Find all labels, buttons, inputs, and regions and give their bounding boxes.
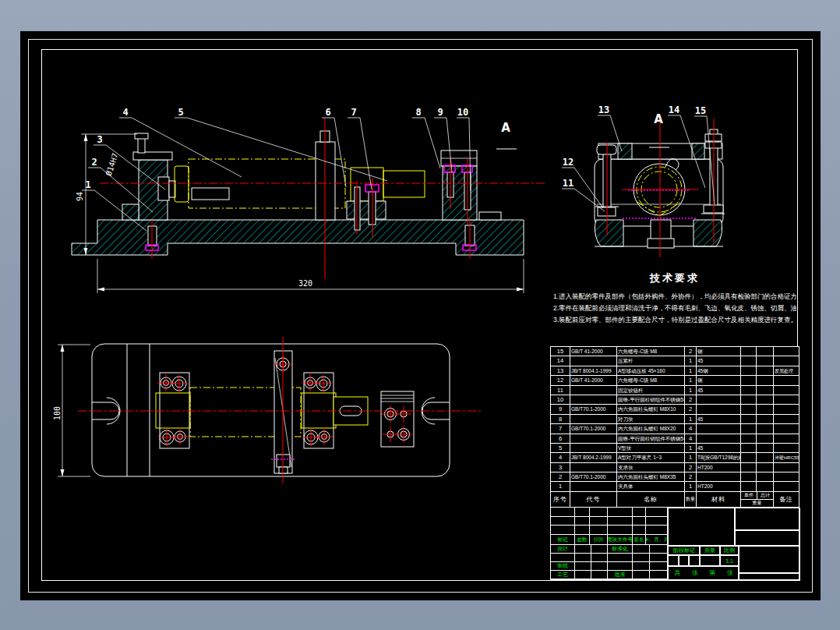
- bom-cell-qty: 4: [685, 434, 697, 444]
- bom-cell-unit: [741, 434, 757, 444]
- bom-cell-unit: [741, 415, 757, 424]
- bom-cell-unit: [741, 356, 757, 366]
- bom-cell-code: [570, 415, 617, 424]
- bom-cell-total: [757, 405, 774, 414]
- bom-cell-qty: 1: [685, 376, 697, 385]
- bom-cell-seq: 7: [551, 424, 570, 434]
- label-audit: 审核: [551, 562, 575, 571]
- bom-cell-code: JB/T 8004.1-1999: [570, 366, 617, 376]
- bom-cell-remark: [774, 395, 799, 405]
- bom-cell-mat: 45: [697, 356, 741, 366]
- part-number-cell: [738, 545, 800, 574]
- bom-cell-mat: 钢: [697, 347, 741, 356]
- bom-cell-qty: 4: [685, 424, 697, 434]
- bom-cell-name: 内六角圆柱头螺钉 M8X10: [617, 405, 685, 414]
- bom-cell-remark: [774, 482, 799, 491]
- bom-cell-mat: HT200: [697, 482, 741, 491]
- bom-cell-name: A型移动压板 45×160: [617, 366, 685, 376]
- balloon-1: 1: [85, 179, 90, 190]
- company-cell: [668, 508, 736, 547]
- bom-cell-mat: 钢: [697, 376, 741, 385]
- tech-req-line-3: 3.装配前应对零、部件的主要配合尺寸，特别是过盈配合尺寸及相关精度进行复查。: [553, 314, 796, 326]
- drawing-sheet: 94 Ø14H7 320 100 A A 1 2 3 4 5 6: [20, 31, 821, 600]
- bom-header-total: 总计: [757, 492, 773, 500]
- bom-cell-qty: 2: [685, 405, 697, 414]
- bom-cell-mat: HT200: [697, 463, 741, 472]
- sheet-page-label: 第: [710, 569, 716, 577]
- bom-cell-name: 夹具体: [617, 482, 685, 491]
- balloon-11: 11: [563, 178, 574, 189]
- bom-cell-seq: 13: [551, 366, 570, 376]
- sheet-total-label: 共: [675, 569, 681, 577]
- bom-cell-name: 内六角圆柱头螺钉 M8X20: [617, 424, 685, 434]
- main-section-view: [72, 119, 545, 279]
- bom-cell-total: [757, 444, 774, 453]
- bom-cell-total: [757, 434, 774, 444]
- bom-cell-total: [757, 463, 774, 472]
- bom-cell-mat: 45钢: [697, 366, 741, 376]
- bom-header-seq: 序号: [551, 492, 570, 508]
- bom-cell-seq: 6: [551, 434, 570, 444]
- bom-cell-name: 六角螺母-C级 M8: [617, 376, 685, 385]
- bom-cell-qty: 1: [685, 415, 697, 424]
- bom-cell-remark: [774, 356, 799, 366]
- section-label-aview: A: [654, 112, 663, 126]
- bom-cell-unit: [741, 482, 757, 491]
- top-view: [78, 337, 483, 483]
- dim-length: 320: [298, 279, 312, 288]
- bom-cell-qty: 2: [685, 463, 697, 472]
- dim-width: 100: [53, 406, 62, 420]
- label-approve: 批准: [608, 571, 633, 579]
- bom-table: 15GB/T 41-2000六角螺母-C级 M82钢14压紧杆14513JB/T…: [550, 346, 799, 508]
- bom-cell-code: [570, 395, 617, 405]
- bom-cell-code: GB/T70.1-2000: [570, 405, 617, 414]
- bom-cell-seq: 9: [551, 405, 570, 414]
- bom-cell-remark: [774, 434, 799, 444]
- bom-cell-unit: [741, 472, 757, 482]
- bom-cell-total: [757, 472, 774, 482]
- bom-cell-code: [570, 386, 617, 395]
- bom-cell-mat: T8(按GB/T1298的规定): [697, 453, 741, 462]
- bom-cell-code: [570, 482, 617, 491]
- bom-cell-code: GB/T 41-2000: [570, 376, 617, 385]
- balloon-15: 15: [695, 105, 706, 116]
- bom-cell-mat: [697, 434, 741, 444]
- balloon-13: 13: [598, 104, 609, 115]
- rev-col-docno: 更改文件号: [608, 535, 633, 545]
- bom-cell-unit: [741, 386, 757, 395]
- bom-header-remark: 备注: [774, 492, 799, 508]
- technical-requirements: 技术要求 1.进入装配的零件及部件（包括外购件、外协件），均必须具有检验部门的合…: [553, 271, 796, 326]
- balloon-4: 4: [122, 107, 128, 118]
- label-process: 工艺: [551, 571, 575, 579]
- bom-cell-qty: 1: [685, 453, 697, 462]
- balloon-12: 12: [563, 157, 574, 168]
- bom-cell-mat: [697, 405, 741, 414]
- bom-cell-qty: 1: [685, 482, 697, 491]
- bom-header-unit: 单件: [741, 492, 757, 500]
- balloon-3: 3: [97, 134, 102, 145]
- bom-cell-mat: [697, 395, 741, 405]
- sheet-count-row: 共 张 第 张: [668, 565, 739, 581]
- bom-table-header: 序号 代号 名称 数量 材料 单件 总计 重量 备注: [551, 492, 799, 508]
- bom-cell-code: [570, 444, 617, 453]
- bom-cell-seq: 3: [551, 463, 570, 472]
- bom-header-name: 名称: [617, 492, 685, 508]
- bom-cell-remark: [774, 444, 799, 453]
- section-label-main: A: [501, 121, 510, 135]
- dim-bore: Ø14H7: [104, 152, 120, 177]
- bom-cell-total: [757, 347, 774, 356]
- bom-table-body: 15GB/T 41-2000六角螺母-C级 M82钢14压紧杆14513JB/T…: [551, 347, 799, 492]
- bom-cell-remark: [774, 424, 799, 434]
- bom-cell-unit: [741, 347, 757, 356]
- sheet-page-unit: 张: [727, 569, 733, 577]
- signature-grid: 设计 标准化 审核 工艺 批准: [551, 545, 668, 579]
- bom-cell-total: [757, 366, 774, 376]
- drawing-code-cell: [734, 508, 800, 531]
- bom-cell-qty: 1: [685, 444, 697, 453]
- bom-cell-total: [757, 482, 774, 491]
- balloon-8: 8: [415, 107, 421, 118]
- material-mark-cell: [734, 529, 800, 547]
- rev-col-zone: 分区: [590, 535, 608, 545]
- bom-cell-mat: 45: [697, 386, 741, 395]
- bom-cell-name: A型对刀平塞尺 1~3: [617, 453, 685, 462]
